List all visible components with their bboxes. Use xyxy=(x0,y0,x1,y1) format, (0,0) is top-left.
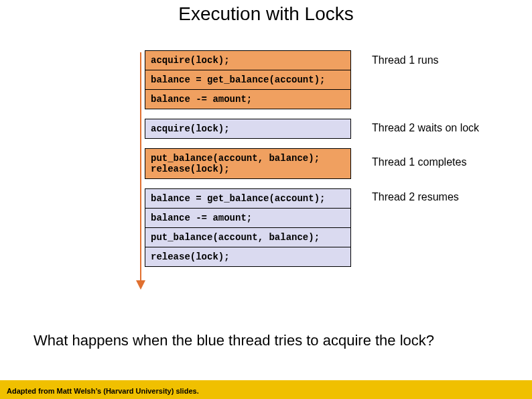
arrow-line xyxy=(140,52,141,284)
timeline-arrow xyxy=(136,52,145,290)
code-line: put_balance(account, balance); release(l… xyxy=(145,148,351,179)
thread-label xyxy=(365,226,513,245)
slide-question: What happens when the blue thread tries … xyxy=(34,332,434,349)
thread-label: Thread 1 runs xyxy=(365,50,513,70)
spacer xyxy=(145,139,351,148)
code-line: balance = get_balance(account); xyxy=(145,70,351,89)
thread-label xyxy=(365,70,513,89)
arrow-down-icon xyxy=(136,280,145,290)
code-line: put_balance(account, balance); xyxy=(145,227,351,247)
thread-label xyxy=(365,207,513,226)
spacer xyxy=(365,137,513,147)
thread-label xyxy=(365,245,513,265)
thread-label: Thread 2 waits on lock xyxy=(365,118,513,137)
spacer xyxy=(145,179,351,188)
code-line: balance -= amount; xyxy=(145,208,351,227)
slide-title: Execution with Locks xyxy=(0,3,532,25)
code-line: acquire(lock); xyxy=(145,119,351,139)
spacer xyxy=(145,109,351,119)
thread-label: Thread 1 completes xyxy=(365,147,513,178)
code-line: release(lock); xyxy=(145,247,351,267)
code-line: acquire(lock); xyxy=(145,50,351,70)
code-line: balance -= amount; xyxy=(145,89,351,109)
footer-bar: Adapted from Matt Welsh’s (Harvard Unive… xyxy=(0,380,532,399)
spacer xyxy=(365,178,513,187)
thread-labels: Thread 1 runsThread 2 waits on lockThrea… xyxy=(365,50,513,265)
spacer xyxy=(365,109,513,118)
code-boxes: acquire(lock);balance = get_balance(acco… xyxy=(145,50,351,267)
thread-label: Thread 2 resumes xyxy=(365,187,513,207)
code-line: balance = get_balance(account); xyxy=(145,188,351,208)
thread-label xyxy=(365,89,513,109)
footer-credit: Adapted from Matt Welsh’s (Harvard Unive… xyxy=(7,387,199,395)
